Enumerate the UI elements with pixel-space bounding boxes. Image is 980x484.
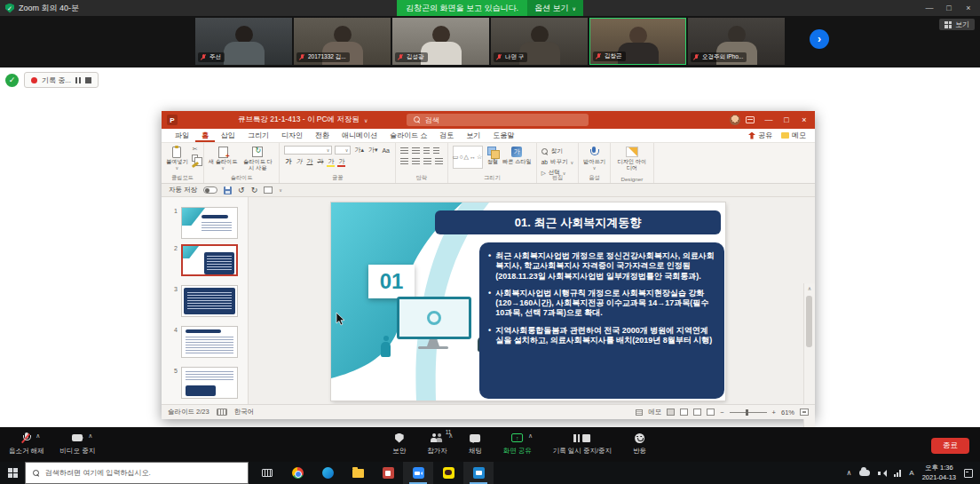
find-button[interactable]: 찾기 (541, 147, 573, 155)
tab-home[interactable]: 홈 (195, 129, 215, 142)
bold-button[interactable]: 가 (284, 157, 292, 166)
tab-animations[interactable]: 애니메이션 (336, 129, 383, 142)
view-options-button[interactable]: 옵션 보기 ∨ (527, 0, 583, 16)
network-icon[interactable] (894, 470, 901, 477)
video-tile[interactable]: 주선 (195, 18, 292, 65)
tab-view[interactable]: 보기 (460, 129, 486, 142)
stop-recording-icon[interactable] (582, 434, 590, 442)
customize-qat-button[interactable]: ∨ (279, 187, 282, 193)
ime-language-indicator[interactable]: A (909, 469, 913, 477)
zoom-in-button[interactable]: + (772, 409, 776, 417)
slide-thumbnail-3[interactable] (181, 285, 238, 317)
justify-button[interactable] (435, 158, 443, 165)
increase-font-button[interactable]: 가▴ (353, 146, 365, 155)
copy-button[interactable] (192, 155, 198, 162)
numbering-button[interactable] (412, 147, 420, 155)
slide-thumbnail-1[interactable] (181, 207, 238, 239)
chrome-app[interactable] (282, 462, 312, 484)
fit-to-window-button[interactable] (800, 409, 809, 416)
view-mode-button[interactable]: 보기 (939, 19, 975, 30)
italic-button[interactable]: 가 (295, 157, 303, 166)
stop-video-button[interactable]: ∧ 비디오 중지 (60, 432, 96, 456)
slide-canvas[interactable]: 01 01. 최근 사회복지계동향 • 최근 사회복지사업법 개정으로 정신건강… (331, 202, 725, 401)
font-size-select[interactable]: ∨ (335, 146, 351, 155)
pause-recording-icon[interactable] (573, 434, 580, 442)
scroll-up-icon[interactable]: ∧ (808, 283, 811, 292)
comments-button[interactable]: 메모 (781, 131, 806, 140)
minimize-button[interactable]: — (920, 4, 939, 12)
zoom-slider[interactable] (730, 412, 767, 413)
underline-button[interactable]: 가 (305, 157, 313, 166)
quick-styles-button[interactable]: 가 빠른 스타일 (502, 146, 532, 165)
kakaotalk-app[interactable] (433, 462, 463, 484)
stop-recording-button[interactable] (85, 77, 91, 83)
action-center-button[interactable] (964, 469, 973, 478)
decrease-font-button[interactable]: 가▾ (368, 146, 379, 155)
design-ideas-button[interactable]: 디자인 아이디어 (615, 146, 649, 171)
start-button[interactable] (0, 462, 25, 484)
redo-button[interactable]: ↻ (251, 186, 258, 194)
language-indicator[interactable]: 한국어 (234, 408, 255, 417)
chat-button[interactable]: 채팅 (469, 432, 482, 456)
zoom-level[interactable]: 61% (781, 409, 794, 417)
start-slideshow-button[interactable] (264, 186, 273, 194)
font-name-select[interactable]: ∨ (284, 146, 332, 155)
pause-recording-button[interactable] (75, 77, 81, 83)
ribbon-display-options-icon[interactable] (746, 116, 755, 123)
slideshow-view-button[interactable] (707, 409, 715, 416)
highlight-color-button[interactable]: 가 (327, 157, 335, 166)
paste-button[interactable]: 붙여넣기 ∨ (166, 146, 188, 171)
search-input[interactable] (45, 469, 241, 477)
tab-design[interactable]: 디자인 (275, 129, 309, 142)
close-button[interactable]: × (959, 4, 978, 12)
undo-button[interactable]: ↺ (238, 186, 245, 194)
audio-options-chevron[interactable]: ∧ (36, 432, 40, 440)
participants-button[interactable]: 11∧ 참가자 (427, 432, 447, 456)
unmute-button[interactable]: ∧ 음소거 해제 (9, 432, 44, 456)
recording-controls[interactable]: 기록 일시 중지/중지 (553, 432, 612, 456)
autosave-toggle[interactable] (203, 186, 217, 194)
tab-insert[interactable]: 삽입 (215, 129, 241, 142)
video-tile[interactable]: 김성광 (392, 18, 489, 65)
align-right-button[interactable] (423, 158, 431, 165)
slide-thumbnail-5[interactable] (181, 367, 238, 399)
cut-button[interactable]: ✂ (193, 146, 198, 153)
align-center-button[interactable] (412, 158, 420, 165)
font-color-button[interactable]: 가 (337, 157, 345, 166)
notes-button[interactable]: 메모 (648, 408, 661, 417)
video-tile[interactable]: 20171332 김... (294, 18, 391, 65)
onedrive-icon[interactable] (859, 470, 870, 476)
edge-app[interactable] (312, 462, 343, 484)
increase-indent-button[interactable] (433, 147, 439, 155)
shapes-gallery[interactable]: ▭○△↔☆ (453, 146, 483, 169)
video-tile-active-speaker[interactable]: 김창곤 (589, 18, 686, 65)
strikethrough-button[interactable]: 가 (316, 157, 324, 166)
participants-chevron[interactable]: ∧ (448, 432, 453, 440)
ime-keyboard-button[interactable] (252, 462, 282, 484)
video-options-chevron[interactable]: ∧ (88, 432, 92, 440)
bullets-button[interactable] (400, 147, 408, 155)
tab-transitions[interactable]: 전환 (309, 129, 336, 142)
tab-draw[interactable]: 그리기 (241, 129, 275, 142)
speaker-icon[interactable] (878, 470, 886, 477)
slide-thumbnail-2-selected[interactable] (181, 244, 238, 276)
ppt-close-button[interactable]: × (795, 115, 813, 124)
reactions-button[interactable]: 반응 (633, 432, 646, 456)
align-left-button[interactable] (400, 158, 408, 165)
blue-app[interactable] (463, 462, 494, 484)
slide-sorter-view-button[interactable] (680, 409, 688, 416)
security-button[interactable]: 보안 (392, 432, 406, 456)
ppt-search-box[interactable]: 검색 (407, 114, 589, 126)
scrollbar-thumb[interactable] (806, 296, 812, 347)
maximize-button[interactable]: □ (939, 4, 959, 12)
chevron-down-icon[interactable]: ∨ (364, 117, 368, 123)
decrease-indent-button[interactable] (423, 147, 430, 155)
dictate-button[interactable]: 받아쓰기 ∨ (583, 146, 605, 171)
normal-view-button[interactable] (667, 409, 675, 416)
video-tile[interactable]: 나면 구 (491, 18, 588, 65)
replace-button[interactable]: ab 바꾸기 ∨ (541, 158, 573, 166)
taskbar-clock[interactable]: 오후 1:36 2021-04-13 (922, 464, 956, 481)
account-avatar[interactable] (730, 115, 740, 125)
slide-thumbnail-4[interactable] (181, 326, 238, 358)
ppt-minimize-button[interactable]: — (760, 115, 778, 124)
